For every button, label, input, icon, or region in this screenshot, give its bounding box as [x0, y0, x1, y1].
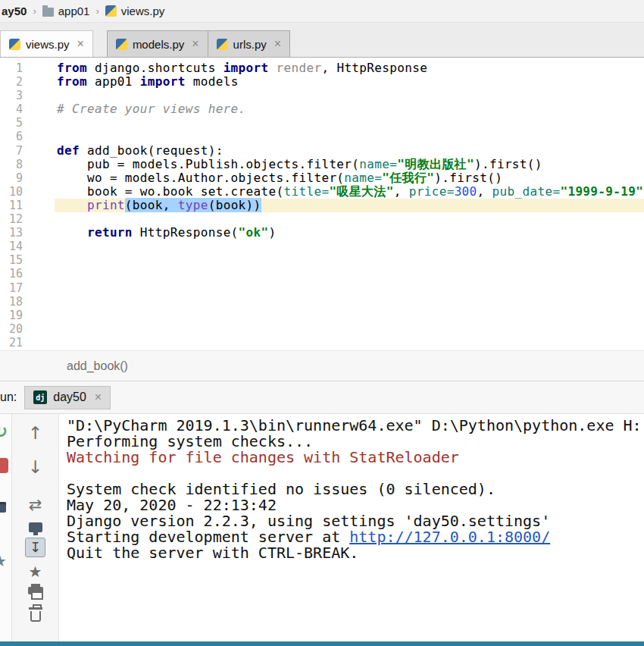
close-icon[interactable]: ×	[274, 38, 281, 50]
clear-console-icon[interactable]	[30, 611, 41, 622]
line-number[interactable]: 3	[0, 89, 23, 102]
console-text: Quit the server with CTRL-BREAK.	[67, 544, 358, 562]
console-output[interactable]: "D:\PyCharm 2019.1.3\bin\runnerw64.exe" …	[59, 414, 644, 641]
run-console-panel: ↻ ★ ↑ ↓ ⇄ ↧ ★ "D:\PyCharm 2019.1.3\bin\r…	[0, 414, 644, 641]
line-number[interactable]: 15	[0, 253, 23, 267]
line-number[interactable]: 11	[0, 199, 23, 212]
code-line[interactable]	[55, 212, 644, 226]
breadcrumb-file[interactable]: views.py	[121, 5, 165, 17]
code-line[interactable]	[55, 253, 644, 267]
code-token: price=	[409, 184, 455, 199]
code-line[interactable]	[55, 309, 644, 322]
python-file-icon	[116, 39, 127, 50]
code-line[interactable]	[55, 116, 644, 130]
code-token: "明教出版社"	[397, 157, 474, 171]
code-line[interactable]: book = wo.book_set.create(title="吸星大法", …	[55, 185, 644, 199]
code-line[interactable]	[55, 281, 644, 295]
tab-views-py[interactable]: views.py ×	[0, 30, 93, 57]
console-line: Performing system checks...	[67, 434, 644, 450]
code-line[interactable]: print(book, type(book))	[55, 199, 644, 212]
line-number[interactable]: 1	[0, 61, 23, 75]
restart-server-icon[interactable]: ⇄	[29, 497, 42, 513]
code-token: title=	[283, 184, 329, 199]
code-token: )	[269, 225, 277, 240]
code-token: name=	[344, 171, 382, 185]
line-number[interactable]: 19	[0, 309, 23, 322]
folder-icon	[42, 8, 54, 17]
code-line[interactable]	[55, 295, 644, 309]
code-token: pub_date=	[492, 184, 561, 199]
line-number[interactable]: 8	[0, 158, 23, 171]
line-number[interactable]: 10	[0, 185, 23, 199]
line-number[interactable]: 20	[0, 322, 23, 336]
code-token: import	[140, 74, 186, 89]
code-line[interactable]	[55, 240, 644, 253]
editor-code[interactable]: from django.shortcuts import render, Htt…	[55, 58, 644, 350]
code-token: render	[269, 61, 322, 75]
current-function[interactable]: add_book()	[67, 359, 128, 373]
close-icon[interactable]: ×	[192, 38, 199, 50]
up-stacktrace-icon[interactable]: ↑	[28, 425, 42, 442]
code-line[interactable]	[55, 336, 644, 350]
line-number[interactable]: 9	[0, 171, 23, 185]
line-number[interactable]: 18	[0, 295, 23, 309]
code-token: "ok"	[239, 225, 269, 240]
line-number[interactable]: 16	[0, 267, 23, 281]
run-tab-day50[interactable]: dj day50 ×	[24, 386, 111, 409]
code-line[interactable]	[55, 322, 644, 336]
tab-urls-py[interactable]: urls.py ×	[208, 30, 291, 57]
line-number[interactable]: 21	[0, 336, 23, 350]
code-token: django.shortcuts	[87, 61, 224, 75]
line-number[interactable]: 6	[0, 130, 23, 143]
line-number[interactable]: 2	[0, 75, 23, 89]
line-number[interactable]: 17	[0, 281, 23, 295]
scroll-to-end-button[interactable]: ↧	[25, 538, 45, 557]
console-layout-icon[interactable]	[29, 522, 42, 532]
code-line[interactable]: wo = models.Author.objects.filter(name="…	[55, 171, 644, 185]
code-token: app01	[87, 74, 140, 89]
code-line[interactable]	[55, 89, 644, 102]
line-number[interactable]: 4	[0, 102, 23, 116]
line-number[interactable]: 7	[0, 144, 23, 158]
console-link[interactable]: http://127.0.0.1:8000/	[349, 528, 550, 546]
editor-tab-bar: views.py × models.py × urls.py ×	[0, 23, 644, 58]
pin-star-icon[interactable]: ★	[0, 552, 7, 570]
breadcrumb-package[interactable]: app01	[58, 5, 90, 17]
breadcrumb-project[interactable]: ay50	[2, 5, 27, 17]
code-line[interactable]	[55, 267, 644, 281]
code-line[interactable]: return HttpResponse("ok")	[55, 226, 644, 240]
code-token: add_book(request):	[80, 143, 224, 158]
code-token: ).first()	[474, 157, 542, 171]
line-number[interactable]: 5	[0, 116, 23, 130]
rerun-icon[interactable]: ↻	[0, 422, 8, 441]
editor[interactable]: 123456789101112131415161718192021 from d…	[0, 58, 644, 350]
layout-grid-icon[interactable]	[0, 502, 6, 513]
close-icon[interactable]: ×	[77, 38, 84, 50]
code-line[interactable]: pub = models.Publish.objects.filter(name…	[55, 158, 644, 171]
favorite-star-icon[interactable]: ★	[29, 564, 42, 579]
line-number[interactable]: 12	[0, 212, 23, 226]
line-number[interactable]: 14	[0, 240, 23, 253]
code-token: , HttpResponse	[321, 61, 427, 75]
code-token: "任我行"	[382, 171, 434, 185]
down-stacktrace-icon[interactable]: ↓	[28, 459, 42, 476]
line-number[interactable]: 13	[0, 226, 23, 240]
code-line[interactable]: from django.shortcuts import render, Htt…	[55, 61, 644, 75]
print-icon[interactable]	[28, 587, 43, 594]
code-token: (book,	[125, 198, 178, 212]
code-line[interactable]: def add_book(request):	[55, 144, 644, 158]
editor-gutter[interactable]: 123456789101112131415161718192021	[0, 58, 55, 350]
console-toolbar: ↑ ↓ ⇄ ↧ ★	[12, 414, 59, 641]
console-line: Quit the server with CTRL-BREAK.	[67, 545, 644, 561]
code-line[interactable]: from app01 import models	[55, 75, 644, 89]
code-token: import	[224, 61, 269, 75]
code-line[interactable]	[55, 130, 644, 143]
code-line[interactable]: # Create your views here.	[55, 102, 644, 116]
code-token: print	[87, 198, 125, 212]
close-icon[interactable]: ×	[95, 391, 102, 403]
tab-models-py[interactable]: models.py ×	[107, 30, 208, 57]
code-token: "吸星大法"	[329, 184, 393, 199]
code-token: 300	[455, 184, 477, 199]
stop-icon[interactable]	[0, 458, 8, 473]
code-token: from	[57, 74, 87, 89]
